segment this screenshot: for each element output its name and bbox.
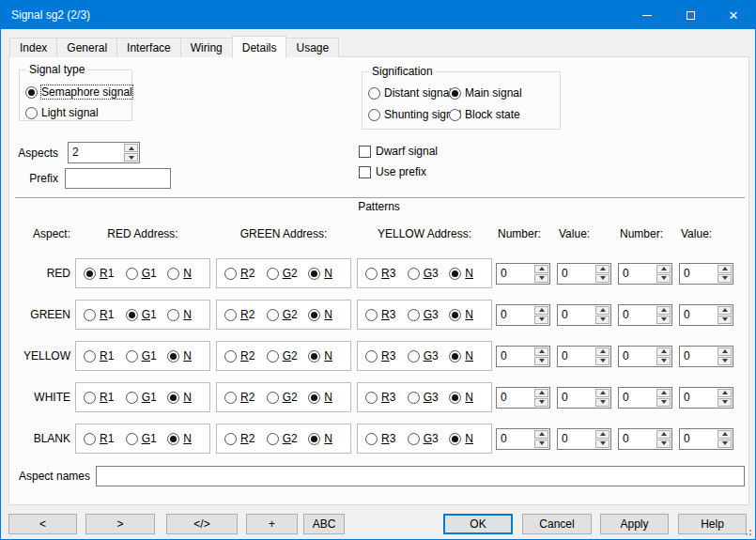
- nav-prev-button[interactable]: <: [8, 514, 77, 534]
- spin-up-button[interactable]: [595, 347, 609, 356]
- spin-up-button[interactable]: [534, 430, 548, 439]
- spin-down-button[interactable]: [124, 153, 138, 162]
- help-button[interactable]: Help: [678, 514, 747, 534]
- radio-distant-signal[interactable]: Distant signal: [368, 86, 452, 100]
- radio-n[interactable]: N: [449, 391, 491, 404]
- close-button[interactable]: ✕: [712, 1, 755, 29]
- spin-up-button[interactable]: [717, 389, 732, 397]
- spin-up-button[interactable]: [656, 389, 671, 397]
- spin-down-button[interactable]: [595, 398, 609, 407]
- radio-g2[interactable]: G2: [267, 391, 309, 404]
- aspect-names-input[interactable]: [96, 466, 745, 486]
- spin-up-button[interactable]: [717, 265, 732, 273]
- tab-usage[interactable]: Usage: [285, 38, 339, 57]
- radio-g2[interactable]: G2: [267, 349, 309, 363]
- spin-down-button[interactable]: [717, 398, 732, 407]
- radio-n[interactable]: N: [308, 349, 350, 363]
- radio-r2[interactable]: R2: [224, 432, 267, 445]
- radio-r1[interactable]: R1: [84, 349, 126, 363]
- spin-up-button[interactable]: [534, 265, 548, 273]
- radio-g3[interactable]: G3: [408, 432, 450, 445]
- radio-n[interactable]: N: [308, 391, 350, 404]
- cancel-button[interactable]: Cancel: [522, 514, 592, 534]
- aspects-spinner[interactable]: 2: [68, 142, 140, 163]
- tab-interface[interactable]: Interface: [116, 38, 181, 57]
- spin-up-button[interactable]: [656, 306, 671, 315]
- radio-n[interactable]: N: [167, 349, 209, 363]
- spin-up-button[interactable]: [717, 430, 732, 439]
- value-spinner-b[interactable]: 0: [679, 387, 733, 409]
- spin-down-button[interactable]: [717, 440, 732, 448]
- number-spinner-a[interactable]: 0: [496, 304, 550, 326]
- tab-details[interactable]: Details: [232, 36, 287, 58]
- spin-up-button[interactable]: [595, 389, 609, 397]
- number-spinner-b[interactable]: 0: [618, 263, 672, 285]
- value-spinner-a[interactable]: 0: [557, 304, 611, 326]
- radio-g1[interactable]: G1: [126, 432, 168, 445]
- spin-up-button[interactable]: [595, 265, 609, 273]
- radio-g3[interactable]: G3: [408, 391, 450, 404]
- ok-button[interactable]: OK: [443, 514, 513, 534]
- radio-r2[interactable]: R2: [224, 391, 267, 404]
- value-spinner-b[interactable]: 0: [679, 263, 733, 285]
- radio-n[interactable]: N: [449, 432, 491, 445]
- spin-up-button[interactable]: [717, 347, 732, 356]
- radio-n[interactable]: N: [449, 267, 491, 280]
- radio-r3[interactable]: R3: [365, 391, 408, 404]
- spin-up-button[interactable]: [595, 430, 609, 439]
- spin-down-button[interactable]: [534, 398, 548, 407]
- radio-n[interactable]: N: [167, 432, 209, 445]
- radio-block-state[interactable]: Block state: [449, 108, 520, 121]
- radio-n[interactable]: N: [308, 432, 350, 445]
- radio-g2[interactable]: G2: [267, 432, 309, 445]
- radio-g1[interactable]: G1: [126, 267, 168, 280]
- spin-up-button[interactable]: [534, 389, 548, 397]
- checkbox-use-prefix[interactable]: Use prefix: [359, 165, 426, 178]
- number-spinner-a[interactable]: 0: [496, 387, 550, 409]
- radio-n[interactable]: N: [308, 267, 350, 280]
- radio-n[interactable]: N: [167, 391, 209, 404]
- add-button[interactable]: +: [246, 514, 298, 534]
- radio-r1[interactable]: R1: [84, 267, 126, 280]
- radio-g3[interactable]: G3: [408, 349, 450, 363]
- radio-r1[interactable]: R1: [84, 391, 126, 404]
- value-spinner-a[interactable]: 0: [557, 387, 611, 409]
- tab-index[interactable]: Index: [9, 38, 57, 57]
- value-spinner-a[interactable]: 0: [557, 428, 611, 450]
- value-spinner-a[interactable]: 0: [557, 263, 611, 285]
- spin-down-button[interactable]: [595, 357, 609, 365]
- radio-light-signal[interactable]: Light signal: [25, 106, 99, 119]
- radio-g2[interactable]: G2: [267, 267, 309, 280]
- number-spinner-b[interactable]: 0: [618, 304, 672, 326]
- radio-shunting-signal[interactable]: Shunting signal: [368, 108, 461, 121]
- code-button[interactable]: </>: [166, 514, 238, 534]
- spin-up-button[interactable]: [595, 306, 609, 315]
- radio-r3[interactable]: R3: [365, 432, 408, 445]
- value-spinner-b[interactable]: 0: [679, 428, 733, 450]
- nav-next-button[interactable]: >: [85, 514, 155, 534]
- spin-down-button[interactable]: [656, 440, 671, 448]
- abc-button[interactable]: ABC: [303, 514, 345, 534]
- number-spinner-a[interactable]: 0: [496, 346, 550, 367]
- spin-up-button[interactable]: [656, 430, 671, 439]
- spin-down-button[interactable]: [534, 440, 548, 448]
- number-spinner-b[interactable]: 0: [618, 428, 672, 450]
- number-spinner-a[interactable]: 0: [496, 263, 550, 285]
- spin-down-button[interactable]: [717, 357, 732, 365]
- tab-wiring[interactable]: Wiring: [180, 38, 233, 57]
- radio-g2[interactable]: G2: [267, 308, 309, 321]
- radio-n[interactable]: N: [449, 308, 491, 321]
- radio-n[interactable]: N: [308, 308, 350, 321]
- spin-down-button[interactable]: [595, 316, 609, 324]
- radio-g3[interactable]: G3: [408, 308, 450, 321]
- spin-up-button[interactable]: [124, 144, 138, 152]
- spin-down-button[interactable]: [717, 316, 732, 324]
- radio-g1[interactable]: G1: [126, 349, 168, 363]
- prefix-input[interactable]: [65, 168, 171, 189]
- radio-r1[interactable]: R1: [84, 308, 126, 321]
- radio-n[interactable]: N: [167, 267, 209, 280]
- number-spinner-a[interactable]: 0: [496, 428, 550, 450]
- radio-semaphore-signal[interactable]: Semaphore signal: [25, 85, 132, 99]
- spin-down-button[interactable]: [534, 316, 548, 324]
- radio-r1[interactable]: R1: [84, 432, 126, 445]
